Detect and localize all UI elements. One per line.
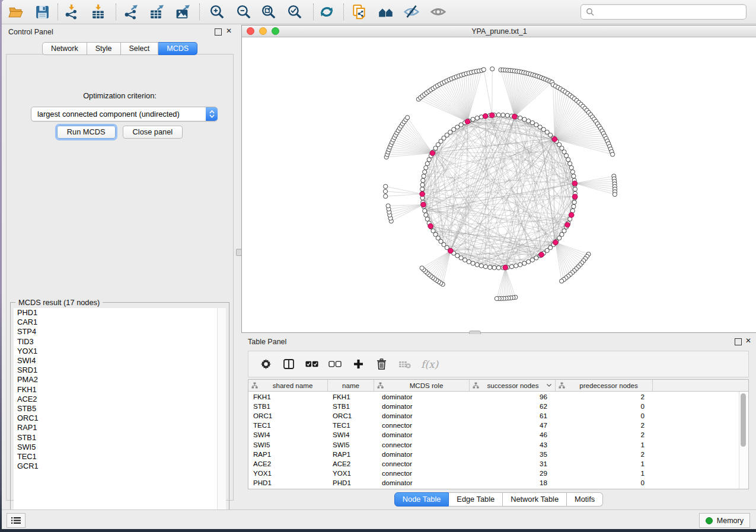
memory-button[interactable]: Memory xyxy=(699,513,750,528)
network-node[interactable] xyxy=(421,178,425,182)
mcds-result-item[interactable]: RAP1 xyxy=(14,423,218,432)
network-node[interactable] xyxy=(492,265,496,270)
network-node[interactable] xyxy=(422,174,426,178)
mcds-dominator-node[interactable] xyxy=(503,265,508,270)
network-node[interactable] xyxy=(423,170,427,174)
network-node[interactable] xyxy=(423,209,427,213)
mcds-dominator-node[interactable] xyxy=(565,222,570,227)
mcds-dominator-node[interactable] xyxy=(572,181,578,186)
tab-select[interactable]: Select xyxy=(121,42,159,55)
network-node[interactable] xyxy=(518,116,522,120)
close-table-panel-button[interactable]: ✕ xyxy=(745,336,751,345)
network-node[interactable] xyxy=(564,153,569,158)
mcds-result-item[interactable]: YOX1 xyxy=(14,347,218,356)
zoom-in-button[interactable] xyxy=(206,2,228,22)
network-node[interactable] xyxy=(518,262,522,267)
mcds-dominator-node[interactable] xyxy=(572,194,578,200)
search-input[interactable] xyxy=(596,6,746,18)
mcds-result-item[interactable]: GCR1 xyxy=(14,462,218,471)
network-leaf-node[interactable] xyxy=(560,279,564,283)
open-file-button[interactable] xyxy=(5,2,26,22)
tab-edge-table[interactable]: Edge Table xyxy=(449,492,503,507)
network-node[interactable] xyxy=(420,182,425,187)
network-node[interactable] xyxy=(424,166,428,170)
mcds-dominator-node[interactable] xyxy=(430,150,435,156)
mcds-result-item[interactable]: SRD1 xyxy=(14,366,218,375)
column-header-successor-nodes[interactable]: successor nodes xyxy=(470,380,556,391)
network-node[interactable] xyxy=(509,265,513,269)
show-columns-button[interactable] xyxy=(282,358,295,371)
network-node[interactable] xyxy=(471,117,475,121)
network-leaf-node[interactable] xyxy=(384,194,388,198)
network-canvas[interactable] xyxy=(242,37,755,331)
network-node[interactable] xyxy=(471,261,475,265)
network-node[interactable] xyxy=(479,264,483,268)
run-mcds-button[interactable]: Run MCDS xyxy=(57,126,116,139)
export-table-button[interactable] xyxy=(146,2,167,22)
network-node[interactable] xyxy=(475,262,479,267)
network-leaf-node[interactable] xyxy=(481,68,486,72)
network-node[interactable] xyxy=(505,113,509,117)
network-node[interactable] xyxy=(425,217,429,221)
mcds-dominator-node[interactable] xyxy=(490,113,495,118)
mcds-result-item[interactable]: TID3 xyxy=(14,337,218,347)
save-session-button[interactable] xyxy=(31,2,53,22)
table-row[interactable]: PHD1PHD1dominator180 xyxy=(248,478,748,488)
network-node[interactable] xyxy=(572,204,576,209)
network-node[interactable] xyxy=(522,117,527,121)
add-column-button[interactable] xyxy=(352,358,365,371)
delete-column-button[interactable] xyxy=(375,358,388,371)
tab-network[interactable]: Network xyxy=(42,42,87,55)
table-scrollbar[interactable] xyxy=(739,392,748,489)
network-node[interactable] xyxy=(527,119,531,123)
tab-style[interactable]: Style xyxy=(87,42,121,55)
deselect-all-columns-button[interactable] xyxy=(328,358,342,371)
network-node[interactable] xyxy=(568,162,572,166)
network-leaf-node[interactable] xyxy=(386,204,390,208)
network-node[interactable] xyxy=(572,174,576,178)
column-header-shared-name[interactable]: shared name xyxy=(248,380,328,391)
zoom-fit-button[interactable] xyxy=(258,2,279,22)
mcds-result-item[interactable]: STP4 xyxy=(14,327,218,336)
tab-mcds[interactable]: MCDS xyxy=(158,42,197,55)
table-settings-button[interactable] xyxy=(259,358,272,371)
mcds-result-item[interactable]: SWI5 xyxy=(14,443,218,452)
network-leaf-node[interactable] xyxy=(384,184,388,188)
network-window-titlebar[interactable]: YPA_prune.txt_1 xyxy=(242,25,756,37)
mcds-result-list[interactable]: PHD1CAR1STP4TID3YOX1SWI4SRD1PMA2FKH1ACE2… xyxy=(14,308,218,518)
table-row[interactable]: TEC1TEC1connector472 xyxy=(248,421,748,430)
task-history-button[interactable] xyxy=(7,513,25,528)
mcds-dominator-node[interactable] xyxy=(420,191,425,197)
tab-node-table[interactable]: Node Table xyxy=(394,492,449,507)
mcds-result-item[interactable]: TEC1 xyxy=(14,452,218,462)
mcds-result-item[interactable]: CAR1 xyxy=(14,318,218,327)
network-node[interactable] xyxy=(527,259,531,264)
table-scrollbar-thumb[interactable] xyxy=(741,393,746,447)
network-node[interactable] xyxy=(496,265,500,270)
export-network-button[interactable] xyxy=(120,2,141,22)
network-node[interactable] xyxy=(467,259,471,264)
column-header-name[interactable]: name xyxy=(328,380,374,391)
tab-motifs[interactable]: Motifs xyxy=(567,492,603,507)
zoom-out-button[interactable] xyxy=(233,2,254,22)
criterion-dropdown[interactable]: largest connected component (undirected) xyxy=(31,107,218,121)
mcds-result-item[interactable]: PMA2 xyxy=(14,375,218,384)
table-row[interactable]: RAP1RAP1dominator352 xyxy=(248,449,748,459)
network-node[interactable] xyxy=(572,200,576,204)
network-node[interactable] xyxy=(569,166,573,170)
hide-selected-button[interactable] xyxy=(401,2,422,22)
search-field[interactable] xyxy=(580,4,747,20)
float-panel-button[interactable] xyxy=(215,28,222,36)
network-leaf-node[interactable] xyxy=(495,296,499,300)
network-node[interactable] xyxy=(475,116,479,120)
table-row[interactable]: ACE2ACE2connector311 xyxy=(248,459,748,468)
column-header-MCDS-role[interactable]: MCDS role xyxy=(374,380,470,391)
mcds-result-item[interactable]: PHD1 xyxy=(14,308,218,318)
close-panel-action-button[interactable]: Close panel xyxy=(123,126,183,139)
export-image-button[interactable] xyxy=(172,2,193,22)
network-node[interactable] xyxy=(425,162,429,166)
network-node[interactable] xyxy=(488,265,492,270)
float-table-panel-button[interactable] xyxy=(735,338,742,345)
network-node[interactable] xyxy=(573,187,577,191)
network-node[interactable] xyxy=(483,265,487,269)
